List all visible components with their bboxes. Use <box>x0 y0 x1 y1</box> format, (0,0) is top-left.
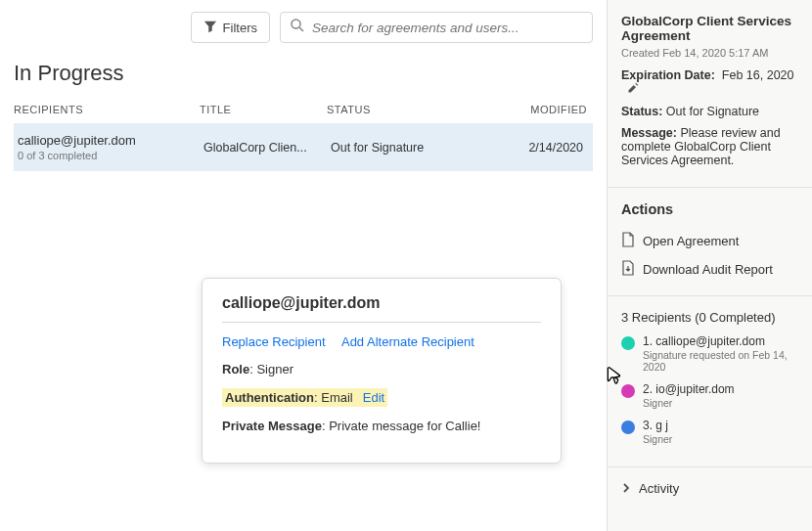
recipient-dot-icon <box>621 336 635 350</box>
table-row[interactable]: calliope@jupiter.dom 0 of 3 completed Gl… <box>14 123 593 171</box>
filters-label: Filters <box>223 21 257 35</box>
status-line: Status: Out for Signature <box>621 105 798 118</box>
recipient-dot-icon <box>621 420 635 434</box>
row-title: GlobalCorp Clien... <box>203 141 331 155</box>
page-title: In Progress <box>14 61 593 86</box>
expiration-line: Expiration Date: Feb 16, 2020 <box>621 68 798 97</box>
funnel-icon <box>203 20 217 36</box>
role-row: Role: Signer <box>222 362 541 376</box>
row-modified: 2/14/2020 <box>507 141 589 155</box>
message-line: Message: Please review and complete Glob… <box>621 126 798 167</box>
pencil-icon[interactable] <box>627 82 639 97</box>
filters-button[interactable]: Filters <box>191 12 270 43</box>
document-icon <box>621 232 635 250</box>
col-modified: MODIFIED <box>503 104 593 115</box>
row-recipient-progress: 0 of 3 completed <box>18 150 203 161</box>
agreement-created: Created Feb 14, 2020 5:17 AM <box>621 47 798 59</box>
svg-point-0 <box>292 20 300 28</box>
search-icon <box>289 17 312 38</box>
replace-recipient-link[interactable]: Replace Recipient <box>222 334 326 349</box>
row-recipient-email: calliope@jupiter.dom <box>18 133 203 148</box>
popover-title: calliope@jupiter.dom <box>222 294 541 323</box>
svg-line-1 <box>299 27 303 31</box>
authentication-row: Authentication: EmailEdit <box>222 388 387 407</box>
activity-toggle[interactable]: Activity <box>608 467 812 509</box>
table-header: RECIPIENTS TITLE STATUS MODIFIED <box>14 104 593 123</box>
col-status: STATUS <box>327 104 503 115</box>
open-agreement-action[interactable]: Open Agreement <box>621 227 798 255</box>
recipient-item-1[interactable]: 1. calliope@jupiter.domSignature request… <box>621 334 798 373</box>
actions-heading: Actions <box>621 201 798 217</box>
add-alternate-recipient-link[interactable]: Add Alternate Recipient <box>341 334 474 349</box>
recipient-dot-icon <box>621 384 635 398</box>
agreement-title: GlobalCorp Client Services Agreement <box>621 14 798 43</box>
download-audit-action[interactable]: Download Audit Report <box>621 255 798 284</box>
auth-edit-link[interactable]: Edit <box>363 390 384 405</box>
chevron-right-icon <box>621 481 631 496</box>
download-report-icon <box>621 260 635 279</box>
recipients-heading: 3 Recipients (0 Completed) <box>621 310 798 325</box>
recipient-item-3[interactable]: 3. g jSigner <box>621 419 798 445</box>
search-container[interactable] <box>280 12 593 43</box>
col-title: TITLE <box>200 104 327 115</box>
private-message-row: Private Message: Private message for Cal… <box>222 419 541 433</box>
row-status: Out for Signature <box>331 141 507 155</box>
recipient-item-2[interactable]: 2. io@jupiter.domSigner <box>621 382 798 409</box>
col-recipients: RECIPIENTS <box>14 104 200 115</box>
search-input[interactable] <box>312 21 584 35</box>
recipient-popover: calliope@jupiter.dom Replace Recipient A… <box>202 278 562 464</box>
